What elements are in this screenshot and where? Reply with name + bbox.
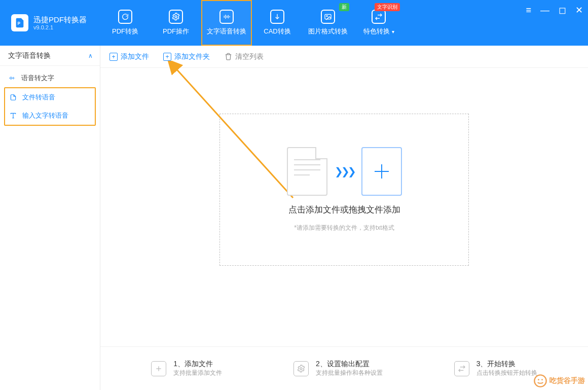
sidebar-item-label: 语音转文字: [21, 74, 54, 83]
maximize-button[interactable]: ◻: [559, 5, 566, 16]
step-sub: 点击转换按钮开始转换: [476, 369, 537, 377]
app-header: P 迅捷PDF转换器 v9.0.2.1 PDF转换 PDF操作 文字语音转换: [0, 0, 588, 46]
plus-icon: +: [163, 53, 171, 61]
sidebar-item-label: 文件转语音: [22, 93, 55, 102]
app-logo-icon: P: [11, 14, 28, 31]
tab-label: PDF操作: [163, 27, 189, 36]
clear-list-label: 清空列表: [235, 52, 264, 61]
dropzone-title: 点击添加文件或拖拽文件添加: [288, 204, 400, 216]
svg-point-9: [326, 16, 327, 17]
step-convert-icon: [454, 361, 469, 376]
app-title: 迅捷PDF转换器: [33, 15, 87, 24]
step-sub: 支持批量操作和各种设置: [316, 369, 383, 377]
chevron-up-icon: ∧: [88, 52, 93, 59]
tab-pdf-operate[interactable]: PDF操作: [151, 0, 201, 46]
add-file-label: 添加文件: [121, 52, 149, 61]
tab-label: CAD转换: [264, 27, 290, 36]
brand: P 迅捷PDF转换器 v9.0.2.1: [0, 0, 96, 46]
text-speech-icon: [219, 10, 234, 24]
dropzone[interactable]: ❯❯❯ 点击添加文件或拖拽文件添加 *请添加需要转换的文件，支持txt格式: [219, 114, 469, 266]
tab-label: 文字语音转换: [207, 27, 246, 36]
step-1: 1、添加文件 支持批量添加文件: [151, 360, 222, 377]
header-tabs: PDF转换 PDF操作 文字语音转换 CAD转换 新 图片格式转换 文字识别: [100, 0, 404, 46]
text-input-icon: [9, 112, 17, 120]
tab-pdf-convert[interactable]: PDF转换: [100, 0, 151, 46]
svg-point-1: [175, 16, 177, 18]
special-convert-icon: [372, 10, 386, 24]
clear-list-button[interactable]: 清空列表: [224, 52, 264, 61]
sidebar-item-text-to-speech[interactable]: 输入文字转语音: [5, 107, 95, 125]
file-audio-icon: [9, 93, 17, 101]
sidebar-item-file-to-speech[interactable]: 文件转语音: [5, 88, 95, 107]
sidebar-header[interactable]: 文字语音转换 ∧: [0, 46, 100, 66]
add-folder-label: 添加文件夹: [174, 52, 210, 61]
add-target-icon: [361, 147, 402, 196]
toolbar: + 添加文件 + 添加文件夹 清空列表: [100, 46, 588, 68]
cad-convert-icon: [270, 10, 284, 24]
pdf-operate-icon: [169, 10, 183, 24]
svg-point-27: [541, 379, 543, 380]
sidebar-item-speech-to-text[interactable]: 语音转文字: [4, 69, 96, 87]
document-icon: [287, 147, 327, 196]
window-controls: ≡ — ◻ ✕: [526, 0, 583, 20]
menu-icon[interactable]: ≡: [526, 5, 531, 16]
tab-label: PDF转换: [112, 27, 138, 36]
tab-label: 特色转换▾: [363, 27, 394, 36]
dropzone-graphic: ❯❯❯: [287, 147, 402, 196]
arrows-icon: ❯❯❯: [335, 165, 354, 178]
badge-ocr: 文字识别: [375, 3, 400, 11]
chevron-down-icon: ▾: [392, 29, 394, 34]
watermark: 吃货谷手游: [533, 374, 585, 388]
step-sub: 支持批量添加文件: [173, 369, 222, 377]
step-add-icon: [151, 361, 166, 376]
minimize-button[interactable]: —: [540, 5, 549, 16]
watermark-text: 吃货谷手游: [549, 376, 585, 385]
sidebar-item-label: 输入文字转语音: [22, 111, 68, 120]
pdf-convert-icon: [118, 10, 132, 24]
app-version: v9.0.2.1: [33, 24, 87, 30]
step-title: 1、添加文件: [173, 360, 222, 369]
tab-cad-convert[interactable]: CAD转换: [252, 0, 303, 46]
add-file-button[interactable]: + 添加文件: [109, 52, 149, 61]
steps-bar: 1、添加文件 支持批量添加文件 2、设置输出配置 支持批量操作和各种设置 3、开…: [100, 346, 588, 390]
add-folder-button[interactable]: + 添加文件夹: [163, 52, 210, 61]
sidebar-header-label: 文字语音转换: [8, 51, 51, 60]
step-3: 3、开始转换 点击转换按钮开始转换: [454, 360, 537, 377]
step-title: 2、设置输出配置: [316, 360, 383, 369]
trash-icon: [224, 53, 232, 61]
plus-icon: +: [109, 53, 118, 61]
svg-point-22: [300, 368, 302, 370]
dropzone-subtitle: *请添加需要转换的文件，支持txt格式: [294, 224, 394, 232]
svg-point-25: [534, 375, 546, 386]
image-format-icon: [321, 10, 335, 24]
main-content: + 添加文件 + 添加文件夹 清空列表: [100, 46, 588, 390]
step-2: 2、设置输出配置 支持批量操作和各种设置: [293, 360, 383, 377]
step-title: 3、开始转换: [476, 360, 537, 369]
tab-label: 图片格式转换: [308, 27, 348, 36]
svg-text:P: P: [17, 21, 20, 26]
tab-image-format[interactable]: 新 图片格式转换: [303, 0, 353, 46]
svg-point-26: [538, 379, 539, 380]
tab-text-speech[interactable]: 文字语音转换: [201, 0, 252, 46]
sidebar: 文字语音转换 ∧ 语音转文字 文件转语音 输入文字转语音: [0, 46, 100, 390]
tab-special-convert[interactable]: 文字识别 特色转换▾: [353, 0, 404, 46]
badge-new: 新: [339, 3, 349, 11]
step-settings-icon: [293, 361, 309, 376]
close-button[interactable]: ✕: [575, 5, 583, 16]
waveform-icon: [8, 74, 16, 82]
